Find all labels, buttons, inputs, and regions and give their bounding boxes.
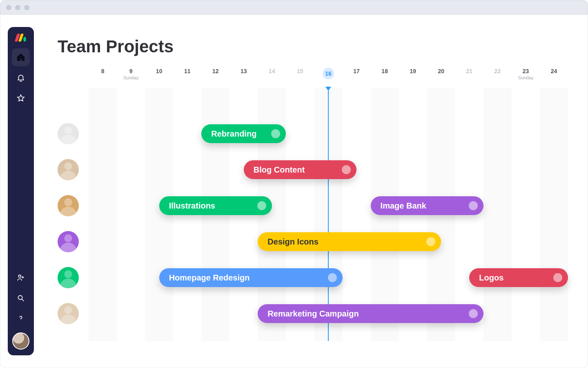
timeline-row: IllustrationsImage Bank xyxy=(58,195,568,217)
date-cell[interactable]: 12 xyxy=(201,68,229,88)
traffic-light-dot xyxy=(15,5,20,10)
svg-point-1 xyxy=(18,296,22,300)
assignee-avatar[interactable] xyxy=(58,267,79,288)
date-cell[interactable]: 8 xyxy=(89,68,117,88)
sidebar-item-invite[interactable] xyxy=(12,269,30,287)
task-pill[interactable]: Remarketing Campaign xyxy=(258,304,483,323)
sidebar xyxy=(8,27,34,355)
assignee-avatar[interactable] xyxy=(58,231,79,252)
date-cell[interactable]: 9Sunday xyxy=(117,68,145,88)
timeline-track[interactable]: Homepage RedesignLogos xyxy=(89,268,568,287)
task-drag-handle[interactable] xyxy=(342,165,351,174)
task-drag-handle[interactable] xyxy=(553,273,562,282)
date-cell[interactable]: 17 xyxy=(343,68,371,88)
task-label: Rebranding xyxy=(211,129,256,139)
assignee-avatar[interactable] xyxy=(58,123,79,144)
date-cell[interactable]: 20 xyxy=(427,68,455,88)
date-cell[interactable]: 22 xyxy=(483,68,512,88)
task-label: Homepage Redesign xyxy=(169,273,250,283)
timeline-date-header: 89Sunday1011121314151617181920212223Sund… xyxy=(52,68,568,88)
task-label: Logos xyxy=(479,273,503,283)
task-drag-handle[interactable] xyxy=(257,201,266,210)
page-title: Team Projects xyxy=(58,37,568,56)
bell-icon xyxy=(16,73,25,82)
date-cell[interactable]: 15 xyxy=(286,68,314,88)
timeline-track[interactable]: Design Icons xyxy=(89,232,568,251)
sidebar-item-favorites[interactable] xyxy=(12,89,30,107)
assignee-avatar[interactable] xyxy=(58,159,79,180)
sidebar-item-notifications[interactable] xyxy=(12,69,30,87)
task-label: Blog Content xyxy=(254,165,305,175)
task-drag-handle[interactable] xyxy=(271,129,280,138)
task-label: Design Icons xyxy=(267,237,318,247)
search-icon xyxy=(16,294,25,303)
task-pill[interactable]: Logos xyxy=(469,268,568,287)
timeline-row: Blog Content xyxy=(58,159,568,181)
task-drag-handle[interactable] xyxy=(469,201,478,210)
timeline-track[interactable]: IllustrationsImage Bank xyxy=(89,196,568,215)
timeline-row: Homepage RedesignLogos xyxy=(58,267,568,289)
date-cell[interactable]: 19 xyxy=(399,68,427,88)
assignee-avatar[interactable] xyxy=(58,195,79,216)
task-pill[interactable]: Homepage Redesign xyxy=(159,268,343,287)
date-cell[interactable]: 14 xyxy=(258,68,286,88)
timeline-row: Design Icons xyxy=(58,231,568,253)
timeline-track[interactable]: Rebranding xyxy=(89,124,568,143)
timeline-track[interactable]: Blog Content xyxy=(89,160,568,179)
sidebar-item-help[interactable] xyxy=(12,310,30,328)
timeline-row: Rebranding xyxy=(58,123,568,145)
traffic-light-dot xyxy=(6,5,11,10)
home-icon xyxy=(16,53,25,62)
main-content: Team Projects 89Sunday101112131415161718… xyxy=(41,15,580,368)
task-pill[interactable]: Blog Content xyxy=(244,160,356,179)
task-pill[interactable]: Rebranding xyxy=(201,124,286,143)
date-cell[interactable]: 11 xyxy=(173,68,201,88)
timeline-row: Remarketing Campaign xyxy=(58,303,568,325)
task-label: Image Bank xyxy=(381,201,426,211)
date-cell[interactable]: 18 xyxy=(371,68,399,88)
task-drag-handle[interactable] xyxy=(328,273,337,282)
sidebar-item-home[interactable] xyxy=(12,48,30,66)
user-plus-icon xyxy=(16,273,25,282)
date-cell[interactable]: 13 xyxy=(229,68,258,88)
assignee-avatar[interactable] xyxy=(58,303,79,324)
traffic-light-dot xyxy=(24,5,29,10)
help-icon xyxy=(16,314,25,323)
date-cell[interactable]: 10 xyxy=(145,68,173,88)
star-icon xyxy=(16,94,25,103)
user-avatar[interactable] xyxy=(12,332,29,350)
task-drag-handle[interactable] xyxy=(426,237,435,246)
task-pill[interactable]: Illustrations xyxy=(159,196,272,215)
date-cell[interactable]: 23Sunday xyxy=(512,68,540,88)
timeline-track[interactable]: Remarketing Campaign xyxy=(89,304,568,323)
task-label: Illustrations xyxy=(169,201,215,211)
sidebar-item-search[interactable] xyxy=(12,289,30,307)
task-label: Remarketing Campaign xyxy=(267,309,359,319)
app-logo xyxy=(14,33,27,42)
date-cell[interactable]: 16 xyxy=(314,68,343,88)
task-drag-handle[interactable] xyxy=(469,309,478,318)
svg-point-0 xyxy=(18,275,21,277)
date-cell[interactable]: 21 xyxy=(455,68,483,88)
task-pill[interactable]: Design Icons xyxy=(258,232,441,251)
window-chrome xyxy=(0,0,588,15)
date-cell[interactable]: 24 xyxy=(540,68,568,88)
task-pill[interactable]: Image Bank xyxy=(371,196,483,215)
